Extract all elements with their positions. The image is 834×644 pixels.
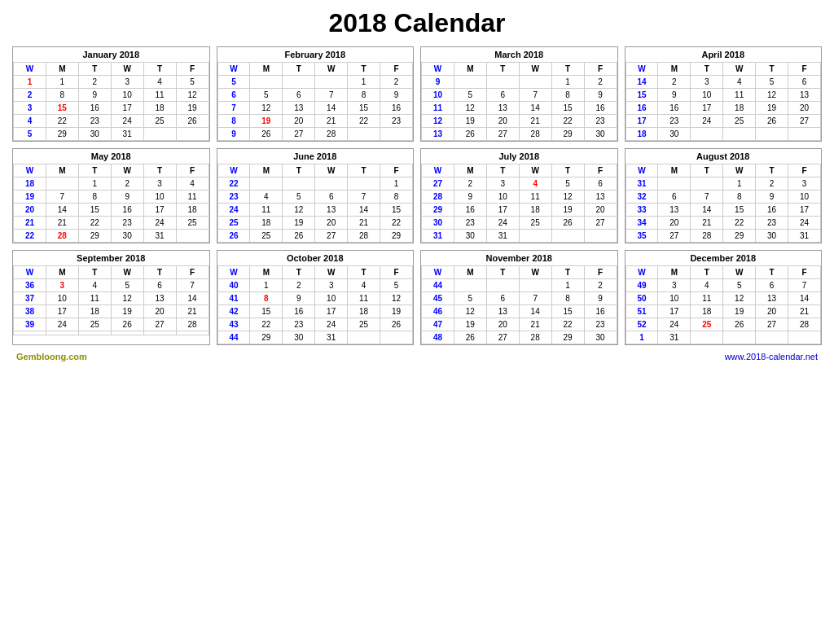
col-header: T xyxy=(283,266,315,279)
month-title-10: November 2018 xyxy=(421,251,617,265)
day-cell: 11 xyxy=(348,292,380,305)
month-2: March 2018WMTWTF912105678911121314151612… xyxy=(420,46,618,142)
table-row: 241112131415 xyxy=(217,204,413,217)
table-row: 181234 xyxy=(14,177,209,191)
day-cell: 31 xyxy=(422,230,454,243)
day-cell: 11 xyxy=(519,191,551,204)
day-cell: 24 xyxy=(217,204,250,217)
col-header: T xyxy=(283,63,315,76)
col-header: M xyxy=(454,63,486,76)
day-cell: 42 xyxy=(217,305,250,318)
day-cell: 29 xyxy=(46,128,78,141)
day-cell: 17 xyxy=(111,102,143,115)
day-cell xyxy=(78,331,111,335)
day-cell: 23 xyxy=(584,115,617,128)
day-cell: 8 xyxy=(348,89,380,102)
day-cell: 12 xyxy=(176,89,208,102)
day-cell: 17 xyxy=(691,102,723,115)
table-row: 251819202122 xyxy=(217,217,413,230)
table-row: WMTWTF xyxy=(422,63,617,76)
table-row: WMTWTF xyxy=(422,164,617,177)
day-cell: 9 xyxy=(454,191,486,204)
col-header: M xyxy=(46,164,78,177)
col-header: W xyxy=(723,63,756,76)
day-cell xyxy=(788,331,821,344)
day-cell: 16 xyxy=(584,305,617,318)
col-header: F xyxy=(380,164,413,177)
day-cell: 22 xyxy=(551,115,584,128)
day-cell: 10 xyxy=(658,292,691,305)
day-cell: 14 xyxy=(788,292,821,305)
footer-right: www.2018-calendar.net xyxy=(725,352,818,361)
day-cell: 3 xyxy=(14,102,46,115)
table-row: 131 xyxy=(626,331,821,344)
day-cell: 13 xyxy=(788,89,821,102)
day-cell: 4 xyxy=(519,177,551,191)
day-cell: 20 xyxy=(756,305,788,318)
day-cell: 21 xyxy=(14,217,46,230)
day-cell: 2 xyxy=(283,279,315,292)
day-cell xyxy=(723,331,756,344)
day-cell: 17 xyxy=(143,204,176,217)
day-cell: 19 xyxy=(380,305,413,318)
day-cell: 28 xyxy=(519,128,551,141)
day-cell: 24 xyxy=(788,217,821,230)
month-table-11: WMTWTF4934567501011121314511718192021522… xyxy=(626,265,822,344)
month-title-8: September 2018 xyxy=(13,251,209,265)
day-cell: 27 xyxy=(422,177,454,191)
col-header: T xyxy=(551,164,584,177)
day-cell: 30 xyxy=(454,230,486,243)
col-header: F xyxy=(176,266,208,279)
day-cell: 39 xyxy=(14,318,46,331)
col-header: F xyxy=(584,164,617,177)
day-cell: 30 xyxy=(584,128,617,141)
table-row: 9262728 xyxy=(217,128,413,141)
table-row: 511718192021 xyxy=(626,305,821,318)
day-cell: 7 xyxy=(519,89,551,102)
day-cell: 34 xyxy=(626,217,658,230)
day-cell: 27 xyxy=(283,128,315,141)
day-cell: 10 xyxy=(486,191,519,204)
day-cell: 27 xyxy=(486,331,519,344)
col-header: F xyxy=(176,164,208,177)
table-row: 342021222324 xyxy=(626,217,821,230)
day-cell: 23 xyxy=(584,318,617,331)
month-title-9: October 2018 xyxy=(217,251,414,265)
table-row: 31123 xyxy=(626,177,821,191)
day-cell: 6 xyxy=(315,191,348,204)
day-cell: 23 xyxy=(658,115,691,128)
day-cell: 19 xyxy=(14,191,46,204)
month-7: August 2018WMTWTF31123326789103313141516… xyxy=(625,148,823,243)
col-header: T xyxy=(486,164,519,177)
day-cell: 5 xyxy=(756,76,788,89)
day-cell: 20 xyxy=(486,318,519,331)
day-cell: 28 xyxy=(176,318,208,331)
day-cell: 10 xyxy=(46,292,78,305)
table-row: 302324252627 xyxy=(422,217,617,230)
table-row: 371011121314 xyxy=(14,292,209,305)
day-cell: 15 xyxy=(551,305,584,318)
month-table-6: WMTWTF2723456289101112132916171819203023… xyxy=(421,164,617,243)
table-row: 1830 xyxy=(626,128,821,141)
day-cell: 8 xyxy=(551,292,584,305)
day-cell: 8 xyxy=(46,89,78,102)
day-cell: 29 xyxy=(380,230,413,243)
day-cell: 13 xyxy=(143,292,176,305)
col-header: M xyxy=(46,266,78,279)
day-cell: 12 xyxy=(380,292,413,305)
month-title-2: March 2018 xyxy=(421,47,617,62)
day-cell: 25 xyxy=(217,217,250,230)
day-cell: 16 xyxy=(283,305,315,318)
day-cell: 9 xyxy=(111,191,143,204)
day-cell: 12 xyxy=(454,305,486,318)
day-cell: 18 xyxy=(519,204,551,217)
day-cell: 3 xyxy=(143,177,176,191)
day-cell xyxy=(788,128,821,141)
col-header: T xyxy=(551,266,584,279)
day-cell: 14 xyxy=(519,102,551,115)
day-cell: 12 xyxy=(454,102,486,115)
month-8: September 2018WMTWTF36345673710111213143… xyxy=(12,250,210,345)
day-cell: 9 xyxy=(756,191,788,204)
col-header: W xyxy=(519,164,551,177)
col-header: T xyxy=(78,266,111,279)
